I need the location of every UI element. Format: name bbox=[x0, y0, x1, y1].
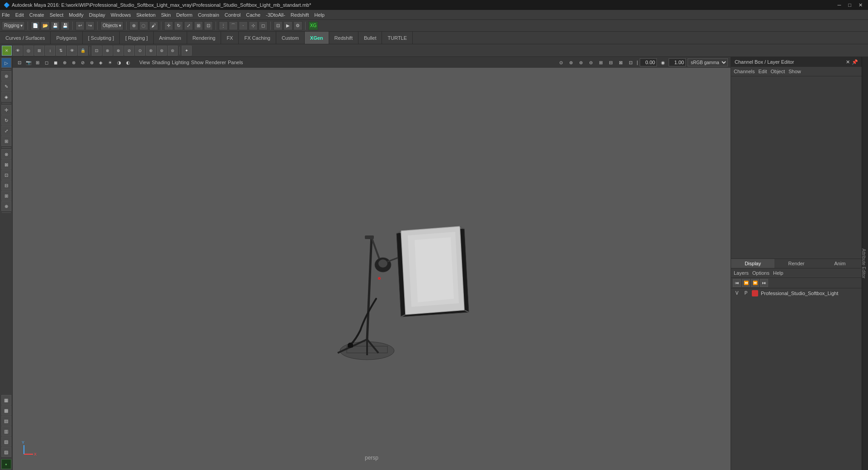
snap-grid-button[interactable]: ⋮ bbox=[219, 21, 228, 30]
vp-icon-ssao[interactable]: ◐ bbox=[124, 58, 132, 66]
vp-icon-light[interactable]: ☀ bbox=[106, 58, 114, 66]
menu-windows[interactable]: Windows bbox=[111, 12, 131, 18]
scale-lt-button[interactable]: ⤢ bbox=[1, 126, 11, 136]
vp-icon-xray[interactable]: ◈ bbox=[97, 58, 105, 66]
snap-surface-button[interactable]: ◻ bbox=[259, 21, 268, 30]
layer-pickable-toggle[interactable]: P bbox=[743, 290, 749, 296]
vp-icon-display3[interactable]: ⊘ bbox=[79, 58, 87, 66]
vp-icon-display2[interactable]: ⊗ bbox=[70, 58, 78, 66]
universal-manip-button[interactable]: ⊞ bbox=[194, 21, 203, 30]
shelf-tool15[interactable]: ⊜ bbox=[168, 46, 178, 56]
menu-display[interactable]: Display bbox=[89, 12, 105, 18]
menu-redshift[interactable]: Redshift bbox=[291, 12, 309, 18]
tab-rigging[interactable]: [ Rigging ] bbox=[120, 32, 154, 44]
snap-curve-button[interactable]: ⌒ bbox=[229, 21, 238, 30]
render-button[interactable]: ▶ bbox=[283, 21, 292, 30]
vp-icon-misc4[interactable]: ⊝ bbox=[587, 58, 595, 66]
shelf-tool5[interactable]: ⇅ bbox=[56, 46, 66, 56]
cb-tab-edit[interactable]: Edit bbox=[758, 69, 767, 74]
select-mode-button[interactable]: ▷ bbox=[1, 58, 11, 68]
move-tool-button[interactable]: ✛ bbox=[164, 21, 173, 30]
tab-curves-surfaces[interactable]: Curves / Surfaces bbox=[0, 32, 51, 44]
vp-icon-misc7[interactable]: ⊠ bbox=[617, 58, 625, 66]
tab-sculpting[interactable]: [ Sculpting ] bbox=[83, 32, 120, 44]
vp-icon-misc1[interactable]: ⊙ bbox=[557, 58, 565, 66]
gamma-input[interactable] bbox=[669, 58, 686, 66]
scale-tool-button[interactable]: ⤢ bbox=[184, 21, 193, 30]
viewport[interactable]: ⊡ 📷 ⊞ ◻ ◼ ⊕ ⊗ ⊘ ⊛ ◈ ☀ ◑ ◐ View Shading L… bbox=[13, 57, 731, 470]
layer-visibility-toggle[interactable]: V bbox=[734, 290, 740, 296]
shelf-tool9[interactable]: ⊗ bbox=[103, 46, 113, 56]
menu-skeleton[interactable]: Skeleton bbox=[136, 12, 156, 18]
tab-custom[interactable]: Custom bbox=[276, 32, 305, 44]
vp-icon-misc3[interactable]: ⊜ bbox=[577, 58, 585, 66]
menu-cache[interactable]: Cache bbox=[246, 12, 260, 18]
layer-nav-end[interactable]: ⏭ bbox=[760, 279, 768, 287]
vp-icon-shadow[interactable]: ◑ bbox=[115, 58, 123, 66]
shelf-tool3[interactable]: ⊞ bbox=[34, 46, 44, 56]
vp-icon-exposure[interactable]: ◉ bbox=[659, 58, 667, 66]
vp-icon-isolate[interactable]: ⊛ bbox=[88, 58, 96, 66]
redo-button[interactable]: ↪ bbox=[85, 21, 94, 30]
layer-tab-help[interactable]: Help bbox=[773, 270, 783, 276]
display-tab-anim[interactable]: Anim bbox=[818, 259, 862, 268]
shelf-tool7[interactable]: 🔒 bbox=[78, 46, 88, 56]
save-as-button[interactable]: 💾 bbox=[61, 21, 70, 30]
channel-box-close-icon[interactable]: ✕ bbox=[846, 59, 850, 65]
layer-display6-button[interactable]: ⊕ bbox=[1, 201, 11, 211]
tab-redshift[interactable]: Redshift bbox=[329, 32, 359, 44]
menu-modify[interactable]: Modify bbox=[69, 12, 83, 18]
shelf-tool6[interactable]: 👁 bbox=[67, 46, 77, 56]
vp-icon-misc5[interactable]: ⊞ bbox=[597, 58, 605, 66]
show-manip-button[interactable]: ⊞ bbox=[1, 136, 11, 146]
lasso-button[interactable]: ⊛ bbox=[1, 71, 11, 81]
paint-button[interactable]: ✎ bbox=[1, 81, 11, 91]
viewport-menu-view[interactable]: View bbox=[139, 60, 150, 65]
shelf-eye-icon[interactable]: 👁 bbox=[13, 46, 23, 56]
paint-select-button[interactable]: 🖌 bbox=[149, 21, 158, 30]
menu-select[interactable]: Select bbox=[50, 12, 64, 18]
cb-tab-show[interactable]: Show bbox=[788, 69, 801, 74]
channel-box-pin-icon[interactable]: 📌 bbox=[852, 59, 858, 65]
move-lt-button[interactable]: ✛ bbox=[1, 105, 11, 115]
layer-nav-prev[interactable]: ⏪ bbox=[742, 279, 750, 287]
shelf-tool4[interactable]: ↕ bbox=[45, 46, 55, 56]
history-button[interactable]: ⊡ bbox=[274, 21, 283, 30]
quick-layout-button[interactable]: ▦ bbox=[1, 395, 11, 405]
display-tab-render[interactable]: Render bbox=[774, 259, 818, 268]
menu-skin[interactable]: Skin bbox=[161, 12, 170, 18]
shelf-tool11[interactable]: ⊘ bbox=[124, 46, 134, 56]
menu-help[interactable]: Help bbox=[314, 12, 325, 18]
snap-point-button[interactable]: · bbox=[239, 21, 248, 30]
mode-dropdown[interactable]: Rigging ▾ bbox=[2, 21, 25, 30]
menu-edit[interactable]: Edit bbox=[15, 12, 24, 18]
render-settings-button[interactable]: ⚙ bbox=[293, 21, 302, 30]
save-scene-button[interactable]: 💾 bbox=[51, 21, 60, 30]
quick-layout2-button[interactable]: ▩ bbox=[1, 405, 11, 415]
tab-turtle[interactable]: TURTLE bbox=[382, 32, 413, 44]
shelf-tool8[interactable]: ⊡ bbox=[92, 46, 102, 56]
layer-display-button[interactable]: ⊗ bbox=[1, 149, 11, 159]
shelf-circle-icon[interactable]: ◎ bbox=[24, 46, 33, 56]
menu-3dtoall[interactable]: -3DtoAll- bbox=[266, 12, 285, 18]
quick-layout5-button[interactable]: ▧ bbox=[1, 437, 11, 446]
tab-fxcaching[interactable]: FX Caching bbox=[239, 32, 276, 44]
select-tool-button[interactable]: ⊕ bbox=[129, 21, 138, 30]
undo-button[interactable]: ↩ bbox=[75, 21, 85, 30]
layer-nav-start[interactable]: ⏮ bbox=[733, 279, 741, 287]
vp-icon-display1[interactable]: ⊕ bbox=[61, 58, 69, 66]
tab-animation[interactable]: Animation bbox=[154, 32, 187, 44]
tab-fx[interactable]: FX bbox=[221, 32, 239, 44]
shelf-tool13[interactable]: ⊛ bbox=[146, 46, 156, 56]
rotate-lt-button[interactable]: ↻ bbox=[1, 115, 11, 125]
display-tab-display[interactable]: Display bbox=[731, 259, 774, 268]
shelf-tool14[interactable]: ⊚ bbox=[157, 46, 167, 56]
vp-icon-wireframe[interactable]: ◻ bbox=[42, 58, 51, 66]
viewport-menu-lighting[interactable]: Lighting bbox=[172, 60, 189, 65]
exposure-input[interactable] bbox=[640, 58, 657, 66]
viewport-menu-show[interactable]: Show bbox=[191, 60, 204, 65]
viewport-menu-panels[interactable]: Panels bbox=[228, 60, 243, 65]
layer-display4-button[interactable]: ⊟ bbox=[1, 180, 11, 190]
menu-control[interactable]: Control bbox=[225, 12, 241, 18]
quick-layout6-button[interactable]: ▨ bbox=[1, 447, 11, 457]
